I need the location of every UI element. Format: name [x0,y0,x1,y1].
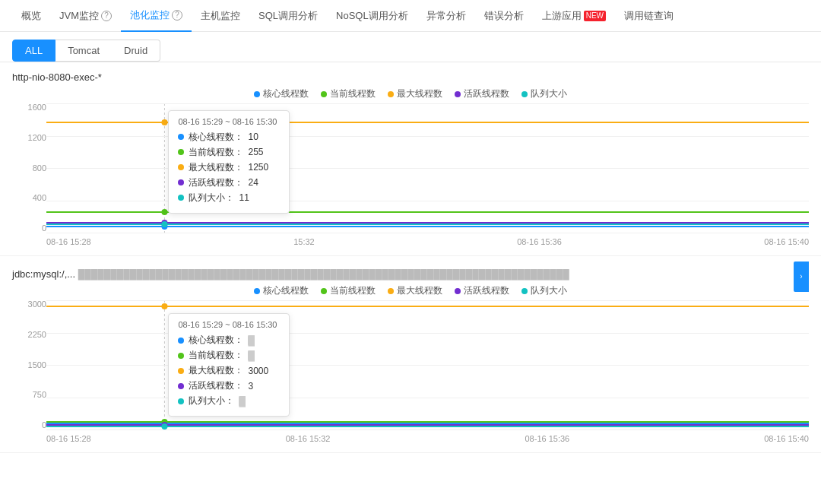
tooltip-item-current-2: 当前线程数： █ [178,349,280,362]
chart-legend-tomcat: 核心线程数 当前线程数 最大线程数 活跃线程数 队列大小 [12,87,809,100]
y-axis-druid: 3000 2250 1500 750 0 [12,300,46,430]
x-label-2: 08-16 15:36 [517,237,562,246]
legend-active-threads-2: 活跃线程数 [455,284,509,297]
tooltip-dot-core [178,134,184,140]
tooltip-item-active-2: 活跃线程数： 3 [178,379,280,392]
y-label-1600: 1600 [12,103,46,112]
tab-all[interactable]: ALL [12,40,55,62]
tab-druid[interactable]: Druid [112,40,160,62]
plot-area-tomcat: 08-16 15:29 ~ 08-16 15:30 核心线程数： 10 当前线程… [46,103,809,233]
tooltip-title-druid: 08-16 15:29 ~ 08-16 15:30 [178,320,280,329]
chart-druid[interactable]: 3000 2250 1500 750 0 [12,300,809,452]
svg-point-8 [161,119,167,125]
tooltip-druid: 08-16 15:29 ~ 08-16 15:30 核心线程数： █ 当前线程数… [168,313,290,417]
x-label-0: 08-16 15:28 [46,237,91,246]
legend-dot-max [388,91,394,97]
tooltip-dot-active-2 [178,383,184,389]
grid-line-top-2 [46,300,809,301]
chart-tomcat[interactable]: 1600 1200 800 400 0 [12,103,809,255]
legend-dot-max-2 [388,288,394,294]
nav-overview[interactable]: 概览 [12,0,50,32]
svg-point-21 [161,423,167,430]
tooltip-item-queue: 队列大小： 11 [178,192,280,204]
pool-help-icon[interactable]: ? [172,10,182,21]
nav-jvm[interactable]: JVM监控 ? [50,0,121,32]
nav-upstream[interactable]: 上游应用 NEW [533,0,615,32]
tab-bar: ALL Tomcat Druid [0,32,821,62]
grid-line-75 [46,201,809,201]
tooltip-tomcat: 08-16 15:29 ~ 08-16 15:30 核心线程数： 10 当前线程… [168,110,290,214]
main-content: http-nio-8080-exec-* 核心线程数 当前线程数 最大线程数 活… [0,62,821,453]
legend-queue-size: 队列大小 [521,87,567,100]
nav-trace[interactable]: 调用链查询 [615,0,683,32]
x-label-3: 08-16 15:40 [764,237,809,246]
legend-dot-queue-2 [521,288,528,294]
grid-line-75-2 [46,398,809,398]
chart-section-druid: jdbc:mysql:/,... ███████████████████████… [0,256,821,453]
chart-title-row-druid: jdbc:mysql:/,... ███████████████████████… [12,268,809,284]
legend-dot-core [254,91,260,97]
svg-point-7 [161,209,167,215]
scroll-button-druid[interactable]: › [794,262,809,292]
grid-line-50-2 [46,365,809,366]
x-label-d3: 08-16 15:40 [764,434,809,443]
legend-max-threads-2: 最大线程数 [388,284,442,297]
nav-error[interactable]: 错误分析 [475,0,533,32]
legend-dot-active-2 [455,288,461,294]
y-label-1200: 1200 [12,134,46,142]
nav-sql[interactable]: SQL调用分析 [249,0,327,32]
y-label-0: 0 [12,224,46,233]
legend-max-threads: 最大线程数 [388,87,442,100]
legend-dot-queue [521,91,528,97]
legend-dot-current-2 [321,288,327,294]
tooltip-dot-queue [178,195,184,201]
top-navigation: 概览 JVM监控 ? 池化监控 ? 主机监控 SQL调用分析 NoSQL调用分析… [0,0,821,32]
legend-active-threads: 活跃线程数 [455,87,509,100]
svg-point-19 [161,303,167,309]
tooltip-dot-current-2 [178,353,184,359]
x-label-d1: 08-16 15:32 [286,434,331,443]
tooltip-item-core: 核心线程数： 10 [178,131,280,144]
tooltip-dot-max-2 [178,368,184,374]
legend-core-threads: 核心线程数 [254,87,309,100]
grid-line-25 [46,136,809,137]
y-label-400: 400 [12,194,46,202]
jvm-help-icon[interactable]: ? [101,11,112,21]
chart-title-druid: jdbc:mysql:/,... ███████████████████████… [12,268,569,280]
grid-line-25-2 [46,333,809,334]
chart-title-blur: ████████████████████████████████████████… [78,269,569,280]
y-axis-tomcat: 1600 1200 800 400 0 [12,103,46,233]
tab-tomcat[interactable]: Tomcat [55,40,112,62]
x-label-d0: 08-16 15:28 [46,434,91,443]
tooltip-dot-max [178,164,184,170]
x-label-d2: 08-16 15:36 [525,434,570,443]
nav-nosql[interactable]: NoSQL调用分析 [327,0,417,32]
legend-queue-size-2: 队列大小 [521,284,567,297]
plot-area-druid: 08-16 15:29 ~ 08-16 15:30 核心线程数： █ 当前线程数… [46,300,809,430]
x-axis-tomcat: 08-16 15:28 15:32 08-16 15:36 08-16 15:4… [46,233,809,255]
nav-host[interactable]: 主机监控 [192,0,249,32]
grid-line-top [46,103,809,104]
tooltip-item-max-2: 最大线程数： 3000 [178,364,280,377]
tooltip-dot-current [178,149,184,155]
legend-current-threads-2: 当前线程数 [321,284,376,297]
legend-core-threads-2: 核心线程数 [254,284,309,297]
chart-legend-druid: 核心线程数 当前线程数 最大线程数 活跃线程数 队列大小 [12,284,809,297]
chart-section-tomcat: http-nio-8080-exec-* 核心线程数 当前线程数 最大线程数 活… [0,62,821,256]
tooltip-title-tomcat: 08-16 15:29 ~ 08-16 15:30 [178,117,280,126]
x-label-1: 15:32 [293,237,315,246]
tooltip-item-current: 当前线程数： 255 [178,146,280,159]
tooltip-dot-queue-2 [178,398,184,404]
nav-pool[interactable]: 池化监控 ? [121,0,192,32]
legend-current-threads: 当前线程数 [321,87,376,100]
tooltip-dot-core-2 [178,338,184,344]
tooltip-item-core-2: 核心线程数： █ [178,334,280,347]
legend-dot-active [455,91,461,97]
x-axis-druid: 08-16 15:28 08-16 15:32 08-16 15:36 08-1… [46,430,809,452]
new-badge: NEW [584,11,606,21]
nav-exception[interactable]: 异常分析 [417,0,475,32]
grid-line-50 [46,168,809,169]
legend-dot-core-2 [254,288,260,294]
tooltip-item-queue-2: 队列大小： █ [178,395,280,407]
legend-dot-current [321,91,327,97]
